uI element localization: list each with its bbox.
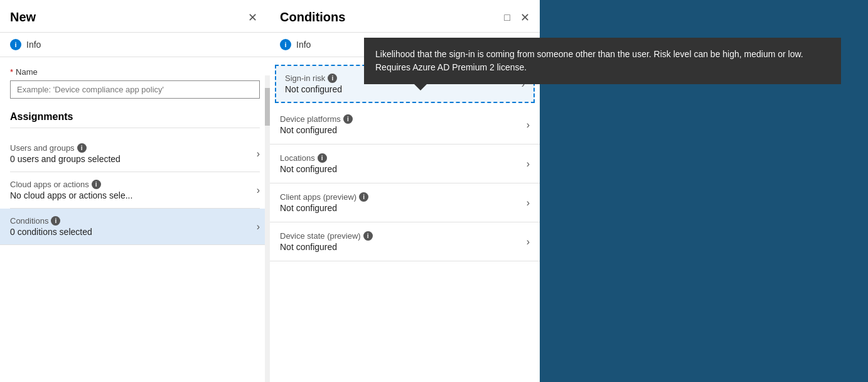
sign-in-risk-info-icon: i [328, 74, 337, 83]
client-apps-item[interactable]: Client apps (preview) i Not configured › [270, 183, 540, 222]
conditions-header-actions: □ ✕ [501, 11, 532, 25]
name-input[interactable] [10, 80, 260, 99]
conditions-info-icon: i [51, 216, 60, 226]
new-info-icon: i [10, 39, 21, 50]
required-star: * [10, 67, 13, 77]
device-platforms-info-icon: i [343, 114, 353, 124]
background-dark [540, 0, 868, 382]
cloud-apps-chevron-icon: › [257, 185, 260, 196]
new-panel-header: New ✕ [0, 0, 270, 33]
sign-in-risk-value: Not configured [285, 84, 522, 94]
sign-in-risk-item[interactable]: Sign-in risk i Not configured › [275, 65, 535, 103]
users-and-groups-label: Users and groups i [10, 143, 257, 153]
device-state-chevron-icon: › [527, 236, 530, 248]
device-platforms-label: Device platforms i [280, 114, 527, 124]
users-chevron-icon: › [257, 148, 260, 160]
device-platforms-chevron-icon: › [527, 119, 530, 131]
conditions-panel-title: Conditions [280, 10, 345, 25]
cloud-apps-item[interactable]: Cloud apps or actions i No cloud apps or… [10, 172, 260, 209]
cloud-apps-label: Cloud apps or actions i [10, 180, 257, 189]
conditions-info-label: Info [296, 40, 311, 50]
conditions-value: 0 conditions selected [10, 227, 257, 237]
device-state-value: Not configured [280, 242, 527, 252]
users-and-groups-value: 0 users and groups selected [10, 154, 257, 164]
device-state-info-icon: i [363, 231, 373, 241]
client-apps-label: Client apps (preview) i [280, 192, 527, 202]
cloud-apps-value: No cloud apps or actions sele... [10, 190, 257, 200]
device-state-item[interactable]: Device state (preview) i Not configured … [270, 222, 540, 261]
conditions-info-bar: i Info [270, 33, 540, 57]
users-and-groups-item[interactable]: Users and groups i 0 users and groups se… [10, 136, 260, 172]
scroll-thumb[interactable] [265, 88, 270, 126]
device-platforms-value: Not configured [280, 125, 527, 135]
name-field-label: *Name [10, 67, 260, 77]
locations-info-icon: i [318, 153, 327, 163]
assignments-section-title: Assignments [10, 111, 260, 128]
users-info-icon: i [77, 143, 87, 153]
conditions-info-icon-bar: i [280, 39, 291, 50]
client-apps-info-icon: i [359, 192, 368, 202]
locations-item[interactable]: Locations i Not configured › [270, 145, 540, 183]
client-apps-value: Not configured [280, 203, 527, 213]
conditions-panel-close-button[interactable]: ✕ [518, 11, 532, 25]
new-panel: New ✕ i Info *Name Assignments Users and… [0, 0, 270, 382]
locations-value: Not configured [280, 164, 527, 174]
maximize-button[interactable]: □ [501, 11, 513, 25]
sign-in-risk-chevron-icon: › [522, 79, 525, 90]
new-panel-close-button[interactable]: ✕ [245, 11, 260, 25]
conditions-list: Sign-in risk i Not configured › Device p… [270, 57, 540, 382]
conditions-label: Conditions i [10, 216, 257, 226]
conditions-chevron-icon: › [257, 221, 260, 232]
scroll-track [265, 75, 270, 382]
new-panel-title: New [10, 10, 36, 25]
client-apps-chevron-icon: › [527, 197, 530, 209]
locations-chevron-icon: › [527, 158, 530, 170]
new-panel-info-bar: i Info [0, 33, 270, 57]
new-info-label: Info [26, 40, 41, 50]
conditions-item[interactable]: Conditions i 0 conditions selected › [0, 209, 270, 245]
cloud-apps-info-icon: i [92, 180, 101, 189]
locations-label: Locations i [280, 153, 527, 163]
device-platforms-item[interactable]: Device platforms i Not configured › [270, 106, 540, 145]
conditions-panel-header: Conditions □ ✕ [270, 0, 540, 33]
device-state-label: Device state (preview) i [280, 231, 527, 241]
sign-in-risk-label: Sign-in risk i [285, 74, 522, 83]
conditions-panel: Conditions □ ✕ i Info Sign-in risk i Not… [270, 0, 540, 382]
new-panel-content: *Name Assignments Users and groups i 0 u… [0, 57, 270, 382]
